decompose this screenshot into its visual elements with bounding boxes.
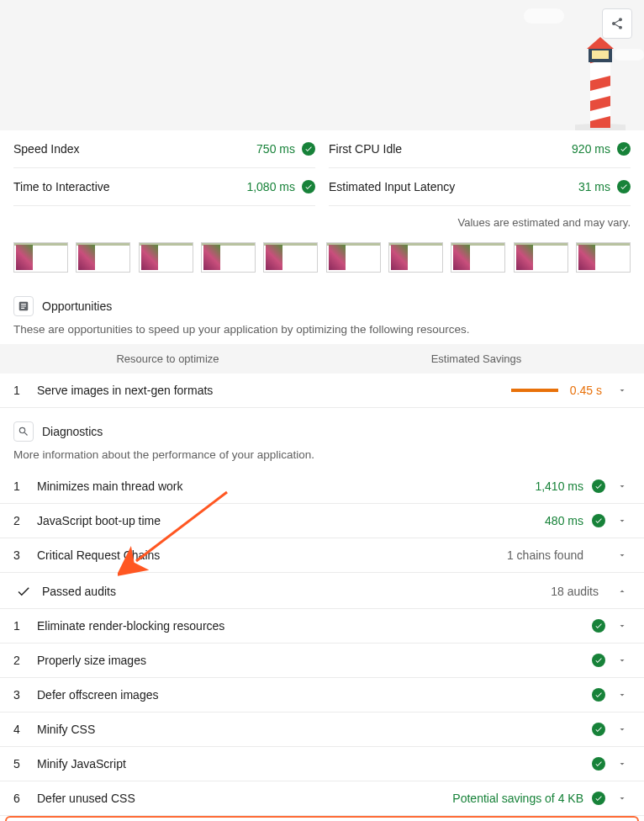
- section-desc: More information about the performance o…: [0, 447, 644, 469]
- passed-audit-row[interactable]: 7Efficiently encode images: [5, 816, 639, 821]
- column-header: Resource to optimize: [13, 352, 322, 365]
- filmstrip-frame[interactable]: [451, 242, 505, 273]
- filmstrip-frame[interactable]: [139, 242, 193, 273]
- audit-number: 5: [13, 757, 37, 771]
- passed-audit-row[interactable]: 4Minify CSS: [0, 712, 644, 747]
- audit-label: Serve images in next-gen formats: [37, 384, 378, 397]
- share-icon: [610, 17, 624, 30]
- audit-label: Defer offscreen images: [37, 688, 592, 702]
- passed-audit-row[interactable]: 3Defer offscreen images: [0, 678, 644, 712]
- check-icon: [302, 180, 315, 193]
- metrics-left-col: Speed Index 750 ms Time to Interactive 1…: [13, 130, 315, 206]
- opportunity-row[interactable]: 1 Serve images in next-gen formats 0.45 …: [0, 373, 644, 408]
- check-icon: [592, 792, 605, 805]
- check-icon: [592, 514, 605, 527]
- filmstrip-frame[interactable]: [514, 242, 568, 273]
- filmstrip: [0, 236, 644, 289]
- audit-label: Minify JavaScript: [37, 757, 592, 771]
- check-icon: [592, 757, 605, 771]
- svg-rect-4: [592, 50, 609, 59]
- chevron-up-icon[interactable]: [614, 586, 631, 596]
- audit-number: 1: [13, 384, 37, 397]
- section-desc: These are opportunities to speed up your…: [0, 321, 644, 344]
- chevron-down-icon[interactable]: [614, 724, 631, 734]
- audit-number: 1: [13, 619, 37, 633]
- chevron-down-icon[interactable]: [614, 385, 631, 395]
- metric-label: Time to Interactive: [13, 180, 110, 193]
- metric-label: First CPU Idle: [329, 142, 402, 156]
- search-icon: [13, 421, 34, 442]
- section-title: Opportunities: [42, 299, 112, 313]
- report-header: [0, 0, 644, 130]
- filmstrip-frame[interactable]: [76, 242, 130, 273]
- audit-number: 3: [13, 688, 37, 702]
- metrics-right-col: First CPU Idle 920 ms Estimated Input La…: [329, 130, 631, 206]
- check-icon: [592, 688, 605, 702]
- check-icon: [592, 723, 605, 736]
- passed-audit-row[interactable]: 1Eliminate render-blocking resources: [0, 609, 644, 644]
- filmstrip-frame[interactable]: [388, 242, 443, 273]
- savings-value: 0.45 s: [570, 384, 602, 397]
- diagnostic-row[interactable]: 3Critical Request Chains1 chains found: [0, 538, 644, 573]
- audit-number: 2: [13, 654, 37, 667]
- diagnostic-row[interactable]: 1Minimizes main thread work1,410 ms: [0, 469, 644, 504]
- estimate-note: Values are estimated and may vary.: [0, 206, 644, 236]
- filmstrip-frame[interactable]: [13, 242, 68, 273]
- chevron-down-icon[interactable]: [614, 793, 631, 803]
- audit-number: 3: [13, 548, 37, 562]
- audit-extra: Potential savings of 4 KB: [452, 792, 583, 805]
- metric-row[interactable]: Speed Index 750 ms: [13, 130, 315, 168]
- audit-value: 1,410 ms: [535, 479, 583, 493]
- cloud-decoration: [524, 8, 564, 24]
- svg-rect-5: [589, 59, 612, 62]
- metric-value: 750 ms: [256, 142, 295, 156]
- audit-value: 1 chains found: [507, 548, 583, 562]
- chevron-down-icon[interactable]: [614, 481, 631, 491]
- filmstrip-frame[interactable]: [201, 242, 256, 273]
- chevron-down-icon[interactable]: [614, 759, 631, 769]
- metric-row[interactable]: Estimated Input Latency 31 ms: [329, 168, 631, 206]
- passed-audit-row[interactable]: 5Minify JavaScript: [0, 747, 644, 781]
- section-title: Passed audits: [42, 585, 542, 598]
- metric-value: 31 ms: [578, 180, 610, 193]
- metric-row[interactable]: First CPU Idle 920 ms: [329, 130, 631, 168]
- opportunities-columns: Resource to optimize Estimated Savings: [0, 344, 644, 373]
- audit-number: 6: [13, 792, 37, 805]
- chevron-down-icon[interactable]: [614, 690, 631, 700]
- metrics-grid: Speed Index 750 ms Time to Interactive 1…: [0, 130, 644, 206]
- check-icon: [617, 180, 631, 193]
- chevron-down-icon[interactable]: [614, 621, 631, 631]
- chevron-down-icon[interactable]: [614, 550, 631, 560]
- filmstrip-frame[interactable]: [263, 242, 318, 273]
- filmstrip-frame[interactable]: [326, 242, 381, 273]
- lighthouse-logo: [575, 34, 626, 130]
- audit-label: Minimizes main thread work: [37, 479, 535, 493]
- passed-audit-row[interactable]: 2Properly size images: [0, 644, 644, 678]
- audit-label: Properly size images: [37, 654, 592, 667]
- diagnostics-header: Diagnostics: [0, 408, 644, 447]
- audit-number: 4: [13, 723, 37, 736]
- check-icon: [302, 142, 315, 156]
- opportunities-header: Opportunities: [0, 289, 644, 321]
- passed-audits-header[interactable]: Passed audits 18 audits: [0, 573, 644, 609]
- metric-label: Speed Index: [13, 142, 80, 156]
- filmstrip-frame[interactable]: [576, 242, 631, 273]
- chevron-down-icon[interactable]: [614, 655, 631, 665]
- section-title: Diagnostics: [42, 425, 103, 438]
- passed-audit-row[interactable]: 6Defer unused CSSPotential savings of 4 …: [0, 781, 644, 816]
- audit-count: 18 audits: [551, 585, 599, 598]
- metric-value: 1,080 ms: [246, 180, 295, 193]
- column-header: Estimated Savings: [322, 352, 631, 365]
- audit-number: 2: [13, 514, 37, 527]
- metric-value: 920 ms: [572, 142, 610, 156]
- audit-value: 480 ms: [545, 514, 583, 527]
- metric-row[interactable]: Time to Interactive 1,080 ms: [13, 168, 315, 206]
- audit-label: Critical Request Chains: [37, 548, 507, 562]
- metric-label: Estimated Input Latency: [329, 180, 455, 193]
- check-icon: [592, 654, 605, 667]
- audit-label: Eliminate render-blocking resources: [37, 619, 592, 633]
- savings-bar: [511, 389, 558, 392]
- chevron-down-icon[interactable]: [614, 516, 631, 526]
- audit-label: Defer unused CSS: [37, 792, 452, 805]
- diagnostic-row[interactable]: 2JavaScript boot-up time480 ms: [0, 504, 644, 538]
